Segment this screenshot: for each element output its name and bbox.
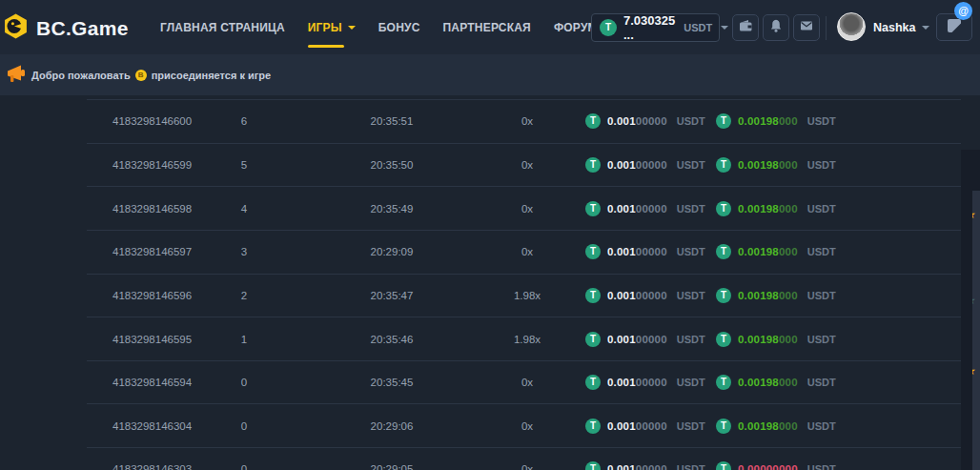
announcement-message[interactable]: Добро пожаловать B присоединяется к игре: [31, 54, 271, 95]
round-number: 4: [201, 203, 287, 215]
payout-multiplier: 0x: [497, 115, 558, 127]
tether-icon: T: [585, 461, 601, 470]
announcement-bar: Добро пожаловать B присоединяется к игре…: [0, 54, 980, 95]
bet-amount: T 0.00100000 USDT: [585, 288, 716, 303]
table-row[interactable]: 4183298146598 4 20:35:49 0x T 0.00100000…: [87, 186, 961, 230]
table-row[interactable]: 4183298146304 0 20:29:06 0x T 0.00100000…: [87, 403, 961, 447]
wallet-icon: [738, 18, 753, 37]
payout-amount: T 0.00198000 USDT: [716, 244, 836, 259]
balance-currency: USDT: [684, 22, 712, 33]
bet-amount: T 0.00100000 USDT: [585, 375, 716, 390]
bet-table: 4183298146600 6 20:35:51 0x T 0.00100000…: [87, 99, 961, 470]
round-number: 6: [201, 115, 287, 127]
tether-icon: T: [585, 113, 601, 129]
bet-time: 20:35:49: [287, 203, 497, 215]
table-row[interactable]: 4183298146595 1 20:35:46 1.98x T 0.00100…: [87, 317, 961, 360]
logo[interactable]: BC.Game: [3, 13, 129, 43]
tether-icon: T: [716, 244, 731, 259]
payout-amount: T 0.00198000 USDT: [716, 332, 836, 347]
tether-icon: T: [716, 419, 731, 434]
header-divider: [826, 16, 827, 40]
payout-amount: T 0.00198000 USDT: [716, 375, 836, 390]
bet-time: 20:29:09: [287, 246, 497, 257]
messages-button[interactable]: [793, 14, 820, 41]
nav-home[interactable]: ГЛАВНАЯ СТРАНИЦА: [160, 0, 285, 54]
tether-icon: T: [716, 201, 731, 216]
bet-id: 4183298146596: [87, 290, 201, 301]
star-fragment-icon: ★: [972, 364, 976, 378]
bet-amount: T 0.00100000 USDT: [585, 157, 716, 173]
table-row[interactable]: 4183298146597 3 20:29:09 0x T 0.00100000…: [87, 230, 961, 274]
round-number: 0: [201, 463, 287, 470]
bet-time: 20:29:05: [287, 463, 497, 470]
bet-amount: T 0.00100000 USDT: [585, 332, 716, 347]
nav-games[interactable]: ИГРЫ: [308, 0, 356, 54]
bet-amount: T 0.00100000 USDT: [585, 244, 716, 259]
user-name: Nashka: [873, 21, 915, 34]
payout-amount: T 0.00000000 USDT: [716, 461, 836, 470]
star-fragment-icon: ★: [972, 294, 976, 307]
tether-icon: T: [600, 19, 617, 36]
payout-amount: T 0.00198000 USDT: [716, 157, 836, 173]
table-row[interactable]: 4183298146596 2 20:35:47 1.98x T 0.00100…: [87, 274, 961, 317]
payout-amount: T 0.00198000 USDT: [716, 201, 836, 216]
bet-time: 20:35:45: [287, 377, 497, 388]
payout-amount: T 0.00198000 USDT: [716, 419, 836, 434]
tether-icon: T: [585, 419, 601, 434]
bet-id: 4183298146599: [87, 159, 201, 171]
bet-time: 20:35:51: [287, 115, 497, 127]
bet-id: 4183298146595: [87, 334, 201, 345]
tether-icon: T: [716, 113, 731, 129]
nav-affiliate[interactable]: ПАРТНЕРСКАЯ: [443, 0, 531, 54]
tether-icon: T: [585, 332, 601, 347]
bell-icon: [768, 18, 784, 37]
tether-icon: T: [716, 288, 731, 303]
mail-icon: [799, 18, 814, 37]
tether-icon: T: [716, 375, 731, 390]
bet-time: 20:35:46: [287, 334, 497, 345]
round-number: 2: [201, 290, 287, 301]
tether-icon: T: [585, 375, 601, 390]
table-row[interactable]: 4183298146303 0 20:29:05 0x T 0.00100000…: [87, 447, 961, 470]
bcgame-hexagon-icon: [3, 13, 29, 43]
bet-id: 4183298146598: [87, 203, 201, 215]
payout-amount: T 0.00198000 USDT: [716, 288, 836, 303]
bet-id: 4183298146303: [87, 463, 201, 470]
balance-selector[interactable]: T 7.030325 ... USDT: [591, 13, 720, 42]
logo-text: BC.Game: [36, 17, 129, 40]
chat-panel-edge[interactable]: ★ ★ ★: [972, 191, 980, 470]
chat-panel-icon: [947, 18, 962, 37]
bet-id: 4183298146597: [87, 246, 201, 257]
payout-multiplier: 0x: [497, 203, 558, 215]
main-nav: ГЛАВНАЯ СТРАНИЦА ИГРЫ БОНУС ПАРТНЕРСКАЯ …: [160, 0, 598, 54]
wallet-button[interactable]: [732, 14, 759, 41]
payout-multiplier: 0x: [497, 159, 558, 171]
table-row[interactable]: 4183298146594 0 20:35:45 0x T 0.00100000…: [87, 360, 961, 404]
nav-bonus[interactable]: БОНУС: [378, 0, 420, 54]
chevron-down-icon: [348, 26, 356, 30]
bet-time: 20:35:50: [287, 159, 497, 171]
table-row[interactable]: 4183298146600 6 20:35:51 0x T 0.00100000…: [87, 99, 961, 143]
mention-badge[interactable]: @: [954, 2, 972, 20]
chevron-down-icon: [922, 26, 929, 30]
round-number: 0: [201, 420, 287, 432]
bet-id: 4183298146600: [87, 115, 201, 127]
tether-icon: T: [585, 244, 601, 259]
bet-id: 4183298146304: [87, 420, 201, 432]
payout-multiplier: 1.98x: [497, 334, 558, 345]
payout-multiplier: 0x: [497, 246, 558, 257]
payout-multiplier: 0x: [497, 463, 558, 470]
tether-icon: T: [716, 461, 731, 470]
round-number: 1: [201, 334, 287, 345]
tether-icon: T: [585, 201, 601, 216]
bet-amount: T 0.00100000 USDT: [585, 461, 716, 470]
payout-amount: T 0.00198000 USDT: [716, 113, 836, 129]
round-number: 5: [201, 159, 287, 171]
avatar[interactable]: [837, 12, 866, 41]
notifications-button[interactable]: [763, 14, 789, 41]
bet-amount: T 0.00100000 USDT: [585, 113, 716, 129]
user-menu[interactable]: Nashka: [873, 0, 929, 54]
tether-icon: T: [716, 157, 731, 173]
payout-multiplier: 1.98x: [497, 290, 558, 301]
table-row[interactable]: 4183298146599 5 20:35:50 0x T 0.00100000…: [87, 143, 961, 187]
